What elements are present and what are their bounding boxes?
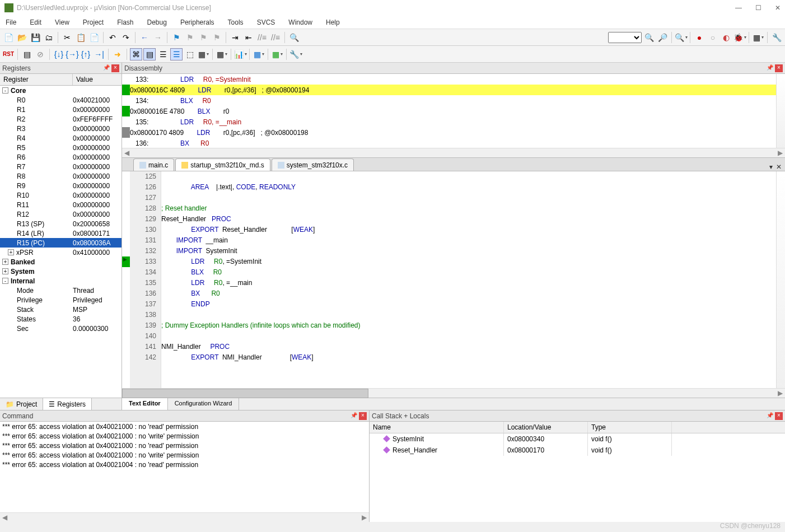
trace-window-icon[interactable]: ▦: [271, 48, 283, 60]
reg-group-core[interactable]: -Core: [0, 86, 122, 95]
reg-header-name[interactable]: Register: [0, 74, 73, 85]
registers-window-icon[interactable]: ☰: [170, 48, 183, 60]
reg-row[interactable]: R80x00000000: [0, 171, 122, 181]
reg-row[interactable]: R70x00000000: [0, 162, 122, 171]
scroll-right-icon[interactable]: ▶: [778, 389, 783, 397]
menu-file[interactable]: File: [3, 17, 18, 27]
disasm-line[interactable]: 134: BLX R0: [122, 95, 785, 106]
reg-row[interactable]: R30x00000000: [0, 124, 122, 133]
nav-back-icon[interactable]: ←: [138, 31, 151, 44]
find-icon[interactable]: 🔍: [288, 31, 300, 44]
pin-icon[interactable]: 📌: [350, 412, 358, 420]
step-out-icon[interactable]: {↑}: [80, 48, 92, 60]
run-icon[interactable]: ▤: [21, 48, 33, 60]
save-icon[interactable]: 💾: [29, 31, 41, 44]
text-editor-tab[interactable]: Text Editor: [122, 398, 168, 410]
disasm-line[interactable]: 0x08000170 4809 LDR r0,[pc,#36] ; @0x080…: [122, 127, 785, 138]
bookmark-prev-icon[interactable]: ⚑: [184, 31, 196, 44]
disassembly-window-icon[interactable]: ▤: [143, 48, 156, 60]
close-panel-icon[interactable]: ×: [775, 64, 783, 72]
minimize-button[interactable]: —: [735, 4, 742, 12]
reg-row[interactable]: R90x00000000: [0, 181, 122, 190]
close-panel-icon[interactable]: ×: [359, 412, 367, 420]
menu-peripherals[interactable]: Peripherals: [178, 17, 217, 27]
menu-flash[interactable]: Flash: [115, 17, 135, 27]
reg-row[interactable]: ModeThread: [0, 286, 122, 295]
breakpoint-disable-icon[interactable]: ◐: [720, 31, 732, 44]
reg-header-value[interactable]: Value: [73, 74, 96, 85]
command-window-icon[interactable]: ⌘: [130, 48, 142, 60]
menu-svcs[interactable]: SVCS: [255, 17, 278, 27]
comment-icon[interactable]: //≡: [256, 31, 268, 44]
callstack-row[interactable]: SystemInit0x08000340void f(): [370, 433, 785, 445]
find-files-icon[interactable]: 🔍: [643, 31, 655, 44]
reg-row[interactable]: R120x00000000: [0, 209, 122, 219]
window-layout-icon[interactable]: ▦: [752, 31, 764, 44]
undo-icon[interactable]: ↶: [106, 31, 119, 44]
scroll-right-icon[interactable]: ▶: [362, 514, 367, 521]
menu-help[interactable]: Help: [324, 17, 342, 27]
reg-group-internal[interactable]: -Internal: [0, 276, 122, 286]
analysis-window-icon[interactable]: ▦: [253, 48, 265, 60]
reg-row[interactable]: R14 (LR)0x08000171: [0, 228, 122, 238]
breakpoint-kill-icon[interactable]: 🐞: [733, 31, 746, 44]
save-all-icon[interactable]: 🗂: [43, 31, 55, 44]
menu-view[interactable]: View: [53, 17, 72, 27]
pin-icon[interactable]: 📌: [102, 64, 110, 72]
disasm-line[interactable]: 135: LDR R0, =__main: [122, 116, 785, 127]
step-over-icon[interactable]: {→}: [66, 48, 78, 60]
maximize-button[interactable]: ☐: [755, 4, 761, 12]
reg-row[interactable]: R110x00000000: [0, 200, 122, 209]
disasm-line[interactable]: 133: LDR R0, =SystemInit: [122, 74, 785, 85]
symbols-window-icon[interactable]: ☰: [157, 48, 169, 60]
stop-icon[interactable]: ⊘: [34, 48, 46, 60]
menu-debug[interactable]: Debug: [145, 17, 169, 27]
project-tab[interactable]: 📁Project: [0, 398, 43, 410]
reg-group-system[interactable]: +System: [0, 267, 122, 276]
reg-row[interactable]: States36: [0, 314, 122, 324]
open-file-icon[interactable]: 📂: [16, 31, 28, 44]
breakpoint-insert-icon[interactable]: ●: [693, 31, 705, 44]
config-wizard-tab[interactable]: Configuration Wizard: [168, 398, 240, 410]
code-editor[interactable]: 1251261271281291301311321331341351361371…: [122, 171, 785, 388]
disassembly-view[interactable]: 133: LDR R0, =SystemInit0x0800016C 4809 …: [122, 74, 785, 148]
pin-icon[interactable]: 📌: [766, 64, 774, 72]
bookmark-icon[interactable]: ⚑: [170, 31, 183, 44]
scroll-left-icon[interactable]: ◀: [2, 514, 7, 521]
editor-tab[interactable]: main.c: [133, 158, 174, 171]
scrollbar[interactable]: [776, 171, 785, 388]
scroll-right-icon[interactable]: ▶: [778, 149, 783, 157]
incremental-find-icon[interactable]: 🔎: [656, 31, 669, 44]
reg-row[interactable]: R40x00000000: [0, 133, 122, 143]
disasm-line[interactable]: 136: BX R0: [122, 138, 785, 148]
redo-icon[interactable]: ↷: [120, 31, 132, 44]
disasm-line[interactable]: 0x0800016E 4780 BLX r0: [122, 106, 785, 116]
disasm-line[interactable]: 0x0800016C 4809 LDR r0,[pc,#36] ; @0x080…: [122, 85, 785, 95]
run-to-cursor-icon[interactable]: →|: [93, 48, 105, 60]
find-select[interactable]: [608, 32, 642, 43]
new-file-icon[interactable]: 📄: [2, 31, 15, 44]
reg-row[interactable]: R100x00000000: [0, 190, 122, 200]
reg-row[interactable]: R00x40021000: [0, 95, 122, 105]
editor-tab[interactable]: startup_stm32f10x_md.s: [175, 158, 270, 171]
editor-tab[interactable]: system_stm32f10x.c: [272, 158, 354, 171]
menu-edit[interactable]: Edit: [27, 17, 44, 27]
outdent-icon[interactable]: ⇤: [242, 31, 255, 44]
close-panel-icon[interactable]: ×: [111, 64, 119, 72]
registers-tab[interactable]: ☰Registers: [43, 398, 92, 410]
nav-fwd-icon[interactable]: →: [152, 31, 164, 44]
command-output[interactable]: *** error 65: access violation at 0x4002…: [0, 422, 369, 512]
configure-icon[interactable]: 🔧: [770, 31, 783, 44]
cs-header-location[interactable]: Location/Value: [504, 422, 588, 433]
copy-icon[interactable]: 📋: [74, 31, 87, 44]
reset-icon[interactable]: RST: [2, 48, 15, 60]
bookmark-next-icon[interactable]: ⚑: [197, 31, 209, 44]
reg-row[interactable]: R13 (SP)0x20000658: [0, 219, 122, 228]
indent-icon[interactable]: ⇥: [229, 31, 241, 44]
breakpoint-enable-icon[interactable]: ○: [707, 31, 719, 44]
menu-project[interactable]: Project: [81, 17, 106, 27]
registers-tree[interactable]: -Core R00x40021000 R10x00000000 R20xFEF6…: [0, 86, 122, 398]
close-button[interactable]: ✕: [775, 4, 781, 12]
scroll-left-icon[interactable]: ◀: [124, 149, 129, 157]
watch-window-icon[interactable]: ▦: [197, 48, 209, 60]
